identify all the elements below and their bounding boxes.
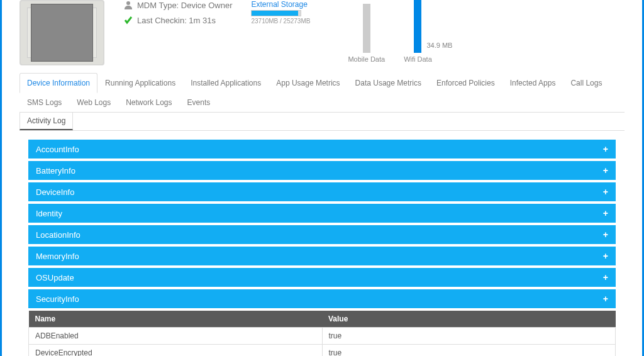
tab-data-usage-metrics[interactable]: Data Usage Metrics (348, 73, 429, 92)
tab-installed-applications[interactable]: Installed Applications (183, 73, 269, 92)
accordion-accountinfo[interactable]: AccountInfo+ (28, 140, 616, 159)
accordion-label: LocationInfo (36, 230, 80, 240)
table-cell-value: true (322, 345, 616, 357)
accordion-memoryinfo[interactable]: MemoryInfo+ (28, 247, 616, 265)
last-checkin-label: Last Checkin: 1m 31s (137, 16, 216, 25)
wifi-data-value: 34.9 MB (426, 42, 452, 49)
table-cell-name: ADBEnabled (29, 328, 323, 345)
wifi-data-bar (414, 0, 421, 53)
accordion-batteryinfo[interactable]: BatteryInfo+ (28, 161, 616, 180)
accordion-label: BatteryInfo (36, 166, 75, 175)
tab-device-information[interactable]: Device Information (19, 73, 97, 93)
accordion-label: OSUpdate (36, 273, 74, 282)
accordion-deviceinfo[interactable]: DeviceInfo+ (28, 182, 616, 201)
accordion-securityinfo[interactable]: SecurityInfo+ (28, 289, 616, 308)
subtab-activity-log[interactable]: Activity Log (19, 113, 73, 130)
tab-app-usage-metrics[interactable]: App Usage Metrics (269, 73, 347, 92)
plus-icon: + (603, 208, 608, 218)
storage-text: 23710MB / 25273MB (251, 18, 310, 25)
plus-icon: + (603, 294, 608, 304)
tab-sms-logs[interactable]: SMS Logs (19, 92, 69, 112)
plus-icon: + (603, 251, 608, 261)
plus-icon: + (603, 144, 608, 154)
accordion-label: SecurityInfo (36, 294, 79, 304)
mobile-data-label: Mobile Data (348, 55, 385, 63)
plus-icon: + (603, 272, 608, 282)
plus-icon: + (603, 187, 608, 197)
mobile-data-bar (363, 4, 370, 53)
table-row: ADBEnabledtrue (29, 328, 616, 345)
accordion-identity[interactable]: Identity+ (28, 204, 616, 223)
tab-running-applications[interactable]: Running Applications (97, 73, 183, 92)
accordion-label: MemoryInfo (36, 252, 79, 261)
person-icon (123, 0, 133, 10)
check-icon (123, 15, 133, 25)
table-header-value: Value (322, 311, 616, 328)
security-table: Name Value ADBEnabledtrueDeviceEncrypted… (28, 311, 616, 356)
main-tabs: Device InformationRunning ApplicationsIn… (19, 73, 625, 113)
mdm-type-label: MDM Type: Device Owner (137, 1, 232, 10)
plus-icon: + (603, 165, 608, 175)
accordion-label: AccountInfo (36, 145, 79, 154)
tab-events[interactable]: Events (180, 92, 218, 112)
wifi-data-label: Wifi Data (404, 55, 432, 63)
table-header-name: Name (29, 311, 323, 328)
accordion-locationinfo[interactable]: LocationInfo+ (28, 225, 616, 244)
table-cell-value: true (322, 328, 616, 345)
storage-bar (251, 10, 301, 16)
tab-infected-apps[interactable]: Infected Apps (502, 73, 564, 92)
accordion-label: Identity (36, 209, 62, 218)
tab-call-logs[interactable]: Call Logs (563, 73, 609, 92)
tab-network-logs[interactable]: Network Logs (118, 92, 179, 112)
table-cell-name: DeviceEncrypted (29, 345, 323, 357)
accordion-label: DeviceInfo (36, 187, 74, 197)
table-row: DeviceEncryptedtrue (29, 345, 616, 357)
external-storage-label: External Storage (251, 0, 310, 9)
tab-web-logs[interactable]: Web Logs (69, 92, 118, 112)
device-image (19, 0, 104, 65)
tab-enforced-policies[interactable]: Enforced Policies (429, 73, 502, 92)
last-checkin-row: Last Checkin: 1m 31s (123, 15, 232, 25)
svg-point-0 (126, 1, 130, 5)
mdm-type-row: MDM Type: Device Owner (123, 0, 232, 10)
plus-icon: + (603, 230, 608, 240)
accordion-osupdate[interactable]: OSUpdate+ (28, 268, 616, 287)
